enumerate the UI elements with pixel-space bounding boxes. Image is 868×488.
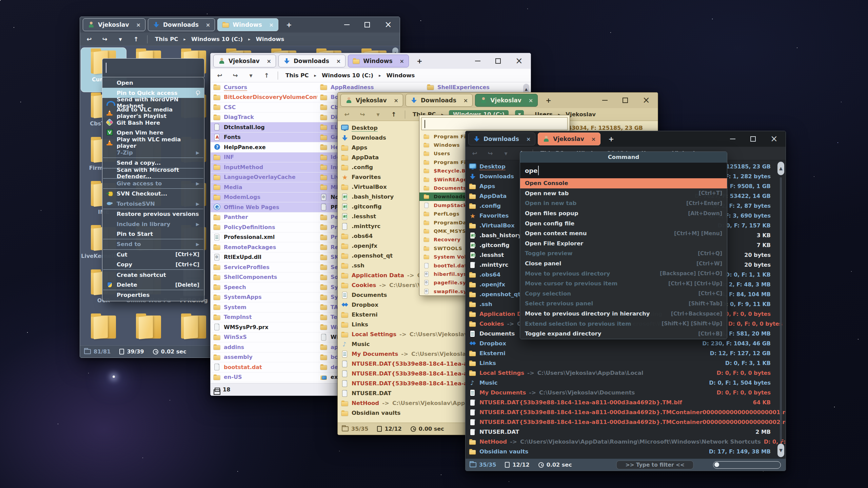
file-row[interactable]: Professional.xml <box>211 232 317 243</box>
file-row[interactable]: INF <box>211 152 317 163</box>
tab-close-icon[interactable]: × <box>336 58 341 64</box>
file-row[interactable]: PolicyDefinitions <box>211 222 317 232</box>
file-row[interactable]: WMSysPr9.prx <box>211 322 317 332</box>
new-tab-button[interactable]: + <box>411 57 428 65</box>
history-dropdown-button[interactable]: ▾ <box>502 150 510 157</box>
menu-item[interactable]: Pin to Start <box>102 229 204 239</box>
menu-item[interactable]: Delete[Delete] <box>102 280 204 290</box>
file-row[interactable]: EksterniD: 12, F: 127, 12 GB <box>466 348 786 358</box>
breadcrumb-item[interactable]: This PC <box>155 36 178 42</box>
new-tab-button[interactable]: + <box>603 135 619 143</box>
menu-item[interactable]: Send to▶ <box>102 239 204 249</box>
back-button[interactable]: ↩ <box>216 72 223 79</box>
file-row[interactable]: assembly <box>211 352 317 363</box>
forward-button[interactable]: ↪ <box>359 111 366 118</box>
maximize-button[interactable] <box>495 58 501 64</box>
scroll-track[interactable] <box>780 177 782 442</box>
scroll-up-button[interactable]: ▲ <box>777 162 784 175</box>
tab-close-icon[interactable]: × <box>269 22 274 28</box>
tab-windows[interactable]: Windows× <box>348 55 409 67</box>
file-row[interactable]: Media <box>211 182 317 192</box>
history-dropdown-button[interactable]: ▾ <box>247 72 255 79</box>
menu-item[interactable]: Restore previous versions <box>102 209 204 219</box>
breadcrumb-item[interactable]: Vjekoslav <box>566 111 596 118</box>
command-item[interactable]: Open new tab[Ctrl+T] <box>520 188 727 199</box>
maximize-button[interactable] <box>622 97 629 104</box>
file-row[interactable]: HelpPane.exe <box>211 142 317 152</box>
file-row[interactable]: Speech <box>211 282 317 292</box>
menu-item[interactable]: Scan with Microsoft Defender... <box>102 168 204 178</box>
file-row[interactable]: SystemApps <box>211 292 317 303</box>
file-row[interactable]: addins <box>211 342 317 352</box>
menu-item[interactable]: Play with VLC media player <box>102 138 204 147</box>
close-button[interactable] <box>384 21 391 28</box>
menu-item[interactable]: Open <box>102 78 204 88</box>
file-row[interactable]: Fonts <box>211 133 317 143</box>
file-row[interactable]: ModemLogs <box>211 192 317 203</box>
file-row[interactable]: MusicD: 0, F: 1, 504 bytes <box>466 378 786 388</box>
tab-windows[interactable]: Windows× <box>217 18 278 31</box>
command-item[interactable]: Move to previous directory in hierarchy[… <box>520 309 727 319</box>
file-row[interactable]: LinksD: 0, F: 3, 1 KB <box>466 358 786 368</box>
tab-bar[interactable]: Vjekoslav×Downloads×Windows×+ <box>211 53 531 69</box>
file-row[interactable]: NetHood->C:\Users\Vjekoslav\AppData\Roam… <box>466 437 786 447</box>
file-row[interactable]: RtlExUpd.dll <box>211 252 317 263</box>
tab-close-icon[interactable]: × <box>400 58 404 64</box>
close-button[interactable] <box>642 97 649 104</box>
file-row[interactable]: ServiceProfiles <box>211 262 317 272</box>
file-row[interactable]: NTUSER.DAT{53b39e88-18c4-11ea-a811-000d3… <box>466 398 786 407</box>
type-to-filter-hint[interactable]: >> Type to filter << <box>616 461 694 469</box>
tab-vjekoslav[interactable]: Vjekoslav× <box>340 94 403 107</box>
command-item[interactable]: Move cursor to previous item[Ctrl+K] [Ct… <box>520 279 727 289</box>
menu-item[interactable]: 7-Zip▶ <box>102 148 204 158</box>
file-row[interactable]: WinSxS <box>211 332 317 343</box>
close-button[interactable] <box>515 58 522 64</box>
menu-item[interactable]: Send a copy... <box>102 158 204 168</box>
up-button[interactable]: ↑ <box>263 72 270 79</box>
scroll-down-button[interactable]: ▼ <box>777 444 784 457</box>
menu-item[interactable]: Add to VLC media player's Playlist <box>102 108 204 118</box>
tab-downloads[interactable]: Downloads× <box>406 94 473 107</box>
file-row[interactable]: DtcInstall.log <box>211 122 317 133</box>
file-row[interactable]: RemotePackages <box>211 242 317 252</box>
tab-bar[interactable]: Vjekoslav×Downloads×Windows×+ <box>80 17 400 33</box>
menu-item[interactable]: Git Bash Here <box>102 118 204 128</box>
command-item[interactable]: Toggle preview[Ctrl+Q] <box>520 248 727 259</box>
command-palette-input[interactable]: ope <box>520 163 727 178</box>
file-row[interactable]: InputMethod <box>211 162 317 172</box>
file-row[interactable]: BitLockerDiscoveryVolumeContents <box>211 93 317 103</box>
file-row[interactable]: TempInst <box>211 312 317 323</box>
file-row[interactable]: Offline Web Pages <box>211 202 317 212</box>
breadcrumb-item[interactable]: Windows 10 (C:) <box>191 36 243 42</box>
menu-item[interactable]: Include in library▶ <box>102 219 204 229</box>
tab-close-icon[interactable]: × <box>267 58 271 64</box>
new-tab-button[interactable]: + <box>540 96 557 104</box>
command-item[interactable]: Move to previous directory[Backspace] [C… <box>520 268 727 279</box>
back-button[interactable]: ↩ <box>85 36 93 43</box>
command-item[interactable]: Open in new tab[Ctrl+Enter] <box>520 198 727 208</box>
menu-item[interactable]: Give access to▶ <box>102 179 204 188</box>
command-item[interactable]: Open Console <box>520 178 727 188</box>
file-row[interactable]: en-US <box>211 372 317 383</box>
file-row[interactable]: Panther <box>211 212 317 223</box>
file-row[interactable]: Local Settings->C:\Users\Vjekoslav\AppDa… <box>466 368 786 378</box>
tab-downloads[interactable]: Downloads× <box>278 55 346 67</box>
breadcrumb-item[interactable]: Windows 10 (C:) <box>322 72 373 79</box>
menu-item[interactable]: Properties <box>102 290 204 300</box>
menu-item[interactable]: TortoiseSVN▶ <box>102 199 204 209</box>
minimize-button[interactable] <box>601 97 608 104</box>
history-dropdown-button[interactable]: ▾ <box>117 36 124 43</box>
maximize-button[interactable] <box>364 21 371 28</box>
scrollbar[interactable]: ▲ ▼ <box>777 162 784 457</box>
minimize-button[interactable] <box>343 21 350 28</box>
menu-item[interactable]: Cut[Ctrl+X] <box>102 250 204 260</box>
tab-bar[interactable]: Vjekoslav×Downloads×Vjekoslav×+ <box>338 93 658 108</box>
history-dropdown-button[interactable]: ▾ <box>374 111 382 118</box>
file-row[interactable]: LanguageOverlayCache <box>211 172 317 183</box>
tab-close-icon[interactable]: × <box>136 22 141 28</box>
up-button[interactable]: ↑ <box>390 111 397 118</box>
tab-vjekoslav[interactable]: Vjekoslav× <box>213 55 276 67</box>
breadcrumb[interactable]: This PC▸Windows 10 (C:)▸Windows <box>155 36 284 42</box>
command-item[interactable]: Open files popup[Alt+Down] <box>520 208 727 219</box>
command-item[interactable]: Toggle expand directory[Ctrl+B] <box>520 329 727 339</box>
